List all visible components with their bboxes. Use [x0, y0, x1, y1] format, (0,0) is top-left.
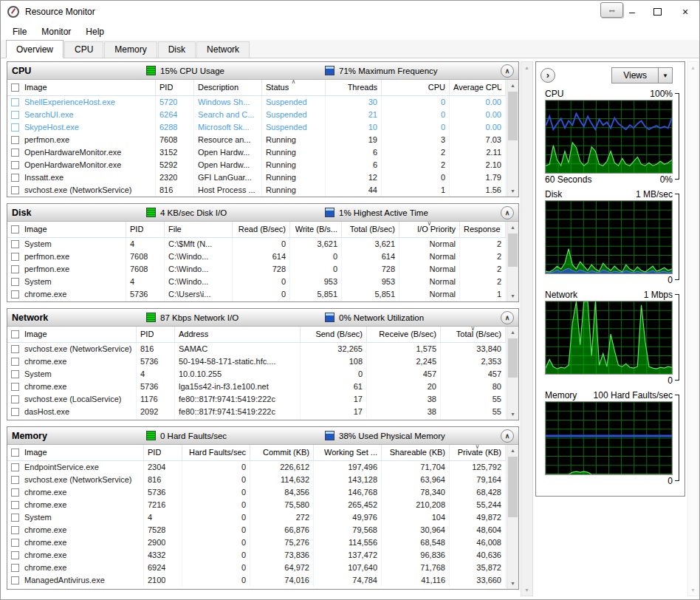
table-row[interactable]: chrome.exe6924064,972107,64071,76835,872	[7, 562, 506, 574]
column-header[interactable]: Address	[175, 327, 301, 342]
table-row[interactable]: OpenHardwareMonitor.exe5292Open Hardw...…	[7, 159, 506, 171]
table-row[interactable]: chrome.exe2900075,276114,55668,54846,008	[7, 536, 506, 549]
table-row[interactable]: perfmon.exe7608C:\Windo...7280728Normal2	[7, 263, 506, 276]
row-checkbox[interactable]	[11, 278, 19, 286]
select-all-checkbox[interactable]	[11, 83, 19, 92]
column-header[interactable]: Send (B/sec)	[301, 327, 367, 342]
column-header[interactable]: Shareable (KB)	[382, 445, 450, 460]
table-row[interactable]: chrome.exe7528066,87679,56830,96448,604	[7, 524, 506, 536]
table-row[interactable]: ShellExperienceHost.exe5720Windows Sh...…	[7, 96, 506, 109]
scroll-up-arrow[interactable]: ▲	[688, 62, 698, 73]
table-row[interactable]: SearchUI.exe6264Search and C...Suspended…	[7, 109, 506, 121]
scroll-down-arrow[interactable]: ▼	[507, 185, 518, 197]
table-row[interactable]: Inssatt.exe2320GFI LanGuar...Running1201…	[7, 171, 506, 184]
disk-section-header[interactable]: Disk 4 KB/sec Disk I/O 1% Highest Active…	[7, 204, 518, 222]
scroll-down-arrow[interactable]: ▼	[521, 584, 532, 596]
column-header[interactable]: Description	[194, 80, 262, 95]
row-checkbox[interactable]	[11, 476, 19, 484]
row-checkbox[interactable]	[11, 501, 19, 509]
table-row[interactable]: SkypeHost.exe6288Microsoft Sk...Suspende…	[7, 121, 506, 134]
row-checkbox[interactable]	[11, 370, 19, 378]
column-header[interactable]: Total (B/sec)	[342, 222, 399, 237]
collapse-button[interactable]: ∧	[501, 64, 514, 78]
tab-cpu[interactable]: CPU	[64, 41, 103, 58]
views-button[interactable]: Views ▼	[611, 67, 673, 83]
table-row[interactable]: perfmon.exe7608C:\Windo...6140614Normal2	[7, 250, 506, 263]
tab-disk[interactable]: Disk	[158, 41, 196, 58]
scroll-up-arrow[interactable]: ▲	[507, 445, 518, 456]
row-checkbox[interactable]	[11, 576, 19, 584]
scroll-up-arrow[interactable]: ▲	[507, 80, 518, 91]
row-checkbox[interactable]	[11, 488, 19, 497]
column-header[interactable]: Working Set ...	[314, 445, 382, 460]
close-button[interactable]: ×	[671, 1, 699, 22]
row-checkbox[interactable]	[11, 186, 19, 194]
column-header[interactable]: Total (B/sec)∨	[441, 327, 506, 342]
table-row[interactable]: svchost.exe (NetworkService)816Host Proc…	[7, 184, 506, 197]
column-header[interactable]: File	[165, 222, 233, 237]
row-checkbox[interactable]	[11, 290, 19, 299]
table-scrollbar[interactable]: ▲▼	[507, 222, 518, 301]
menu-help[interactable]: Help	[78, 27, 111, 37]
column-header[interactable]: Image	[7, 222, 126, 237]
table-row[interactable]: OpenHardwareMonitor.exe3152Open Hardw...…	[7, 146, 506, 159]
table-scrollbar[interactable]: ▲▼	[507, 327, 518, 420]
scroll-down-arrow[interactable]: ▼	[507, 290, 518, 301]
table-row[interactable]: svchost.exe (NetworkService)816SAMAC32,2…	[7, 343, 506, 355]
row-checkbox[interactable]	[11, 463, 19, 471]
table-row[interactable]: System410.0.10.2550457457	[7, 368, 506, 381]
column-header[interactable]: Write (B/s...	[290, 222, 342, 237]
table-row[interactable]: chrome.exe5736084,356146,76878,34068,428	[7, 486, 506, 499]
table-scrollbar[interactable]: ▲▼	[507, 445, 518, 589]
cpu-section-header[interactable]: CPU 15% CPU Usage 71% Maximum Frequency …	[7, 62, 518, 80]
scroll-down-arrow[interactable]: ▼	[507, 409, 518, 420]
table-row[interactable]: EndpointService.exe23040226,612197,49671…	[7, 461, 506, 474]
scrollbar-thumb[interactable]	[508, 92, 518, 140]
row-checkbox[interactable]	[11, 149, 19, 157]
main-scrollbar[interactable]: ▲ ▼	[521, 61, 533, 596]
row-checkbox[interactable]	[11, 564, 19, 572]
scrollbar-thumb[interactable]	[508, 338, 518, 378]
row-checkbox[interactable]	[11, 383, 19, 391]
row-checkbox[interactable]	[11, 265, 19, 273]
column-header[interactable]: Receive (B/sec)	[367, 327, 441, 342]
column-header[interactable]: Threads	[326, 80, 382, 95]
memory-section-header[interactable]: Memory 0 Hard Faults/sec 38% Used Physic…	[7, 427, 518, 445]
minimize-button[interactable]: –	[621, 1, 643, 22]
scroll-up-arrow[interactable]: ▲	[507, 222, 518, 233]
column-header[interactable]: PID	[126, 222, 165, 237]
row-checkbox[interactable]	[11, 551, 19, 559]
graphs-scrollbar[interactable]: ▲ ▼	[687, 61, 699, 596]
column-header[interactable]: Image	[7, 80, 156, 95]
table-row[interactable]: svchost.exe (NetworkService)8160114,6321…	[7, 474, 506, 486]
column-header[interactable]: CPU	[382, 80, 450, 95]
select-all-checkbox[interactable]	[11, 449, 19, 457]
column-header[interactable]: Private (KB)∨	[450, 445, 506, 460]
row-checkbox[interactable]	[11, 136, 19, 144]
select-all-checkbox[interactable]	[11, 225, 19, 233]
menu-monitor[interactable]: Monitor	[34, 27, 78, 37]
column-header[interactable]: Read (B/sec)	[233, 222, 290, 237]
table-row[interactable]: chrome.exe573650-194-58-171-static.hfc..…	[7, 355, 506, 368]
table-row[interactable]: System4C:\Windo...0953953Normal2	[7, 276, 506, 288]
table-row[interactable]: svchost.exe (LocalService)1176fe80::817f…	[7, 393, 506, 406]
column-header[interactable]: Response ...	[460, 222, 506, 237]
scroll-down-arrow[interactable]: ▼	[688, 584, 698, 596]
tab-network[interactable]: Network	[196, 41, 250, 58]
tab-memory[interactable]: Memory	[104, 41, 157, 58]
expand-pane-button[interactable]: ›	[541, 68, 555, 83]
row-checkbox[interactable]	[11, 526, 19, 534]
column-header[interactable]: I/O Priority∨	[399, 222, 460, 237]
row-checkbox[interactable]	[11, 161, 19, 169]
collapse-button[interactable]: ∧	[501, 429, 514, 443]
table-row[interactable]: perfmon.exe7608Resource an...Running1937…	[7, 134, 506, 146]
table-scrollbar[interactable]: ▲▼	[507, 80, 518, 197]
column-header[interactable]: Image	[7, 327, 137, 342]
scrollbar-thumb[interactable]	[508, 457, 518, 517]
scroll-up-arrow[interactable]: ▲	[521, 62, 532, 73]
table-row[interactable]: dasHost.exe2092fe80::817f:9741:5419:222c…	[7, 406, 506, 418]
scroll-up-arrow[interactable]: ▲	[507, 327, 518, 338]
network-section-header[interactable]: Network 87 Kbps Network I/O 0% Network U…	[7, 309, 518, 327]
row-checkbox[interactable]	[11, 539, 19, 547]
column-header[interactable]: PID	[144, 445, 182, 460]
